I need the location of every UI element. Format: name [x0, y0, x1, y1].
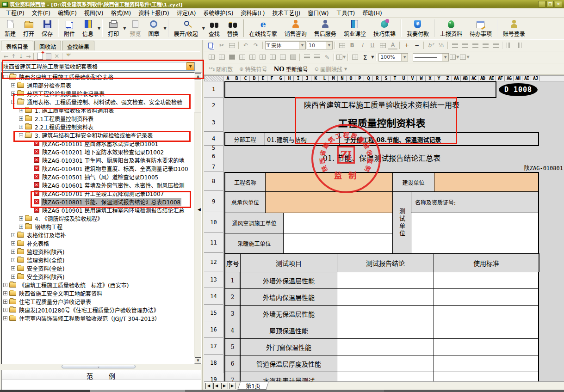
- toolbar-画删除线-button[interactable]: ⊖画删除线▼: [315, 65, 347, 73]
- expand-plus-icon[interactable]: +: [11, 275, 15, 279]
- tree-item[interactable]: +陕西省施工安全文明工地配套资料: [1, 289, 201, 297]
- fill-color-icon[interactable]: ▼: [336, 53, 346, 61]
- test-row-result-input[interactable]: [337, 322, 434, 339]
- tab-查找结果[interactable]: 查找结果: [62, 41, 94, 50]
- build-unit-input[interactable]: [434, 172, 539, 192]
- tree-item[interactable]: +钢结构工程: [1, 222, 201, 231]
- column-header-AA[interactable]: AA: [452, 76, 461, 81]
- toolbar-new-button[interactable]: 新建: [1, 18, 19, 38]
- expand-plus-icon[interactable]: +: [3, 308, 7, 312]
- expand-plus-icon[interactable]: +: [11, 266, 15, 270]
- column-header-H[interactable]: H: [285, 76, 294, 81]
- pattern-fill-icon[interactable]: [268, 53, 277, 61]
- column-header-AE[interactable]: AE: [487, 76, 496, 81]
- expand-plus-icon[interactable]: +: [19, 125, 23, 129]
- column-header-F[interactable]: F: [267, 76, 276, 81]
- tree-item[interactable]: ✕陕ZAG-010601 幕墙及外窗气密性、水密性、耐风压检测: [1, 181, 201, 189]
- menu-item-1[interactable]: 工程(P): [2, 8, 28, 18]
- insert-table-icon[interactable]: [350, 53, 359, 61]
- tree-item[interactable]: ✕陕ZAG-010401 建筑物垂直度、标高、全高测量记录D100: [1, 164, 201, 172]
- column-header-A[interactable]: A: [223, 76, 232, 81]
- test-row-standard-input[interactable]: [434, 305, 539, 322]
- nav-left-icon[interactable]: ←: [4, 53, 8, 60]
- toolbar-payment-button[interactable]: ¥我要付款: [403, 18, 433, 38]
- test-row-result-input[interactable]: [337, 372, 434, 381]
- catalog-dropdown[interactable]: 陕西省建筑工程施工质量验收配套表格 ▼: [1, 62, 195, 71]
- expand-plus-icon[interactable]: +: [19, 225, 23, 229]
- tree-item[interactable]: +住宅室内装饰装修工程质量验收规范（JGJ/T 304-2013）: [1, 314, 201, 322]
- align-justify-icon[interactable]: [450, 41, 459, 49]
- expand-plus-icon[interactable]: +: [3, 291, 7, 295]
- cert-input[interactable]: [411, 213, 539, 254]
- column-header-B[interactable]: B: [232, 76, 241, 81]
- column-header-AG[interactable]: AG: [505, 76, 514, 81]
- expand-plus-icon[interactable]: +: [3, 316, 7, 320]
- row-header-12[interactable]: 12: [204, 253, 223, 271]
- menu-item-11[interactable]: 窗口(W): [304, 8, 332, 18]
- bold-button[interactable]: B: [347, 41, 357, 49]
- copy-form-icon[interactable]: [46, 53, 51, 60]
- tree-item[interactable]: +补充表格: [1, 239, 201, 247]
- menu-item-2[interactable]: 文件(F): [28, 8, 54, 18]
- column-header-I[interactable]: I: [294, 76, 303, 81]
- tree-item[interactable]: +安全资料(全统): [1, 264, 201, 272]
- increase-size-icon[interactable]: +: [402, 41, 411, 49]
- test-row-result-input[interactable]: [337, 305, 434, 322]
- undo-icon[interactable]: ↶: [241, 41, 250, 49]
- collapse-minus-icon[interactable]: −: [11, 100, 15, 104]
- tree-item[interactable]: +《建筑工程施工质量验收统一标准》(西安市): [1, 281, 201, 289]
- decrease-size-icon[interactable]: −: [412, 41, 421, 49]
- row-header-11[interactable]: 11: [204, 233, 223, 253]
- filter-icon[interactable]: [66, 54, 71, 59]
- row-header-9[interactable]: 9: [204, 191, 223, 212]
- expand-plus-icon[interactable]: +: [11, 92, 15, 96]
- tree-item[interactable]: +通用部分检查用表: [1, 81, 201, 89]
- sheet-tab[interactable]: 第1页: [237, 382, 268, 390]
- tree-item[interactable]: ✕陕ZAG-010101 屋面淋水蓄水试验记录D1001: [1, 139, 201, 147]
- column-header-G[interactable]: G: [276, 76, 285, 81]
- panel-collapse-icon[interactable]: ◀: [198, 207, 201, 212]
- toolbar-find-button[interactable]: 查找: [205, 18, 223, 38]
- row-header-3[interactable]: 3: [204, 114, 223, 132]
- sheet-nav-0[interactable]: ◀: [205, 382, 212, 389]
- sheet-nav-2[interactable]: ▶: [221, 382, 228, 389]
- row-header-8[interactable]: 8: [204, 172, 223, 191]
- menu-item-4[interactable]: 视图(V): [81, 8, 107, 18]
- tree-item[interactable]: −3. 建筑与结构工程安全和功能检验或抽查记录表: [1, 131, 201, 139]
- toolbar-after-sales-button[interactable]: 售后服务: [310, 18, 340, 38]
- menu-item-10[interactable]: 技术工艺(J): [268, 8, 304, 18]
- paste-icon[interactable]: [227, 41, 236, 49]
- catalog-dropdown-button[interactable]: ▼: [186, 62, 194, 70]
- zoom-select[interactable]: 100%▼: [378, 53, 408, 61]
- row-header-16[interactable]: 16: [204, 322, 223, 338]
- toolbar-print-button[interactable]: 打印: [104, 18, 123, 38]
- tree-item[interactable]: +安全资料(陕西): [1, 272, 201, 281]
- row-header-7[interactable]: 7: [204, 163, 223, 172]
- toolbar-重新编号-button[interactable]: NO重新编号: [273, 65, 308, 73]
- row-header-2[interactable]: 2: [204, 98, 223, 113]
- expand-plus-icon[interactable]: +: [3, 300, 7, 304]
- row-height-icon[interactable]: [302, 53, 311, 61]
- column-header-AB[interactable]: AB: [461, 76, 470, 81]
- test-row-standard-input[interactable]: [434, 355, 539, 372]
- test-row-result-input[interactable]: [337, 288, 434, 306]
- maximize-button[interactable]: ❐: [546, 1, 554, 7]
- delete-form-icon[interactable]: ✕: [54, 53, 59, 60]
- test-row-result-input[interactable]: [337, 272, 434, 289]
- minimize-button[interactable]: ─: [538, 1, 545, 7]
- tab-回收站[interactable]: 回收站: [34, 41, 61, 50]
- tree-item[interactable]: ✕陕ZAG-010501 抽气（风）道检查记录D1005: [1, 172, 201, 181]
- toolbar-classroom-button[interactable]: 筑业课堂: [340, 18, 370, 38]
- row-header-10[interactable]: 10: [204, 213, 223, 233]
- column-header-J[interactable]: J: [303, 76, 311, 81]
- test-row-result-input[interactable]: [337, 338, 434, 355]
- italic-button[interactable]: I: [358, 41, 367, 49]
- column-header-AD[interactable]: AD: [478, 76, 487, 81]
- column-header-W[interactable]: W: [417, 76, 426, 81]
- heating-input[interactable]: [283, 233, 393, 254]
- expand-plus-icon[interactable]: +: [19, 116, 23, 121]
- scrollbar-thumb[interactable]: [194, 80, 202, 112]
- test-row-standard-input[interactable]: [434, 372, 539, 381]
- align-distribute-icon[interactable]: [491, 41, 500, 49]
- menu-item-8[interactable]: 系统维护(S): [199, 8, 237, 18]
